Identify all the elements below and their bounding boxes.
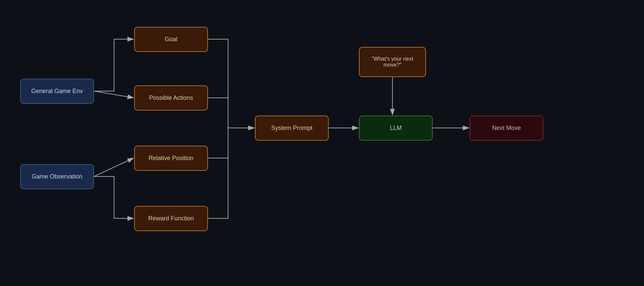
- diagram-container: General Game Env Game Observation Goal P…: [0, 0, 644, 286]
- possible-actions-label: Possible Actions: [149, 94, 193, 101]
- next-move-label: Next Move: [492, 125, 521, 132]
- arrow-goal-to-system: [208, 39, 254, 128]
- general-game-env-label: General Game Env: [31, 88, 83, 95]
- goal-node: Goal: [134, 27, 208, 52]
- relative-position-node: Relative Position: [134, 146, 208, 171]
- arrows-svg: [0, 0, 644, 286]
- goal-label: Goal: [165, 36, 177, 43]
- whats-your-next-move-label: "What's your next move?": [365, 56, 420, 68]
- system-prompt-node: System Prompt: [255, 116, 329, 141]
- arrow-obs-to-reward: [94, 176, 133, 218]
- llm-node: LLM: [359, 116, 433, 141]
- game-observation-label: Game Observation: [32, 173, 82, 180]
- reward-function-label: Reward Function: [148, 215, 194, 222]
- whats-your-next-move-node: "What's your next move?": [359, 47, 426, 77]
- possible-actions-node: Possible Actions: [134, 85, 208, 111]
- arrow-env-to-possible: [94, 91, 133, 98]
- reward-function-node: Reward Function: [134, 206, 208, 231]
- arrow-possible-to-system: [208, 98, 254, 128]
- arrow-relative-to-system: [208, 128, 254, 158]
- llm-label: LLM: [390, 125, 401, 132]
- arrow-obs-to-relative: [94, 158, 133, 176]
- relative-position-label: Relative Position: [149, 155, 194, 162]
- game-observation-node: Game Observation: [20, 164, 94, 189]
- arrow-reward-to-system: [208, 128, 254, 218]
- system-prompt-label: System Prompt: [271, 125, 312, 132]
- next-move-node: Next Move: [470, 116, 543, 141]
- general-game-env-node: General Game Env: [20, 79, 94, 104]
- arrow-env-to-goal: [94, 39, 133, 91]
